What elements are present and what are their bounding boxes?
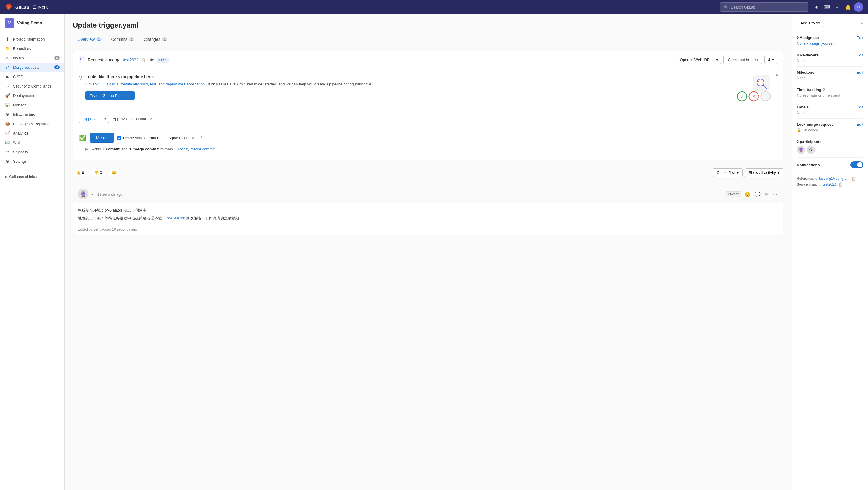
copy-branch-icon[interactable]: 📋 xyxy=(141,58,145,62)
svg-text:✓: ✓ xyxy=(740,94,744,99)
check-out-branch-btn[interactable]: Check out branch xyxy=(723,56,762,64)
snippets-icon: ✂ xyxy=(5,150,10,154)
time-tracking-help-icon[interactable]: ? xyxy=(823,88,825,92)
sidebar-item-cicd[interactable]: ▶ CI/CD xyxy=(0,72,64,81)
rs-lock-edit-link[interactable]: Edit xyxy=(857,122,863,127)
rs-reviewers-label: 0 Reviewers xyxy=(797,53,819,57)
sidebar-item-project-information[interactable]: ℹ Project information xyxy=(0,34,64,44)
global-search-bar[interactable]: 🔍 Search GitLab xyxy=(720,2,808,12)
squash-commits-label[interactable]: Squash commits xyxy=(163,136,196,140)
user-avatar[interactable]: U xyxy=(854,2,863,12)
sidebar-item-packages[interactable]: 📦 Packages & Registries xyxy=(0,119,64,128)
screen-icon-btn[interactable]: ⊞ xyxy=(812,2,821,12)
thumbs-up-reaction-btn[interactable]: 👍 0 xyxy=(73,169,87,176)
sidebar-item-wiki[interactable]: 📖 Wiki xyxy=(0,138,64,147)
sidebar-item-deployments[interactable]: 🚀 Deployments xyxy=(0,91,64,100)
bell-icon-btn[interactable]: 🔔 xyxy=(843,2,853,12)
tab-commits[interactable]: Commits 1 xyxy=(106,34,139,45)
sidebar-navigation: ℹ Project information 📁 Repository ○ Iss… xyxy=(0,32,64,168)
comment-edit-btn[interactable]: ✏ xyxy=(764,190,770,198)
copy-source-branch-icon[interactable]: 📋 xyxy=(838,182,843,187)
collapse-sidebar-label: Collapse sidebar xyxy=(9,175,38,179)
show-all-activity-chevron-icon: ▾ xyxy=(778,171,780,175)
right-sidebar: Add a to do » 0 Assignees Edit None - as… xyxy=(792,14,868,490)
source-branch-link[interactable]: test2022 xyxy=(123,58,138,62)
rs-reference-section: Reference: kr-test-org1/voting-d... 📋 So… xyxy=(797,172,863,191)
check-icon-btn[interactable]: ✓ xyxy=(833,2,842,12)
thumbs-down-count: 0 xyxy=(100,171,102,175)
sidebar-label-issues: Issues xyxy=(13,56,24,60)
commits-expand-btn[interactable]: ▶ xyxy=(85,147,88,151)
code-review-icon-btn[interactable]: ⌨ xyxy=(822,2,832,12)
sidebar-item-issues[interactable]: ○ Issues 0 xyxy=(0,53,64,63)
rs-labels-label-row: Labels Edit xyxy=(797,105,863,109)
copy-reference-icon[interactable]: 📋 xyxy=(851,177,856,181)
open-web-ide-btn[interactable]: Open in Web IDE xyxy=(676,56,714,64)
sidebar-item-infrastructure[interactable]: ⚙ Infrastructure xyxy=(0,110,64,119)
sidebar-item-monitor[interactable]: 📊 Monitor xyxy=(0,100,64,110)
tab-changes[interactable]: Changes 1 xyxy=(139,34,172,45)
project-header[interactable]: V Voting Demo xyxy=(0,14,64,32)
approve-btn[interactable]: Approve xyxy=(79,115,102,123)
comment-owner-badge: Owner xyxy=(725,191,741,197)
rs-assignees-value[interactable]: None - assign yourself xyxy=(797,41,863,45)
sidebar-item-repository[interactable]: 📁 Repository xyxy=(0,44,64,53)
comment-reply-btn[interactable]: 💬 xyxy=(753,190,762,198)
sidebar-item-merge-requests[interactable]: ⇄ Merge requests 4 xyxy=(0,63,64,72)
show-all-activity-label: Show all activity xyxy=(749,171,776,175)
notifications-toggle[interactable]: ✓ xyxy=(850,161,863,168)
lock-icon: 🔓 xyxy=(797,128,801,132)
rs-lock-label: Lock merge request xyxy=(797,122,833,127)
gitlab-logo-area[interactable]: GitLab xyxy=(5,3,29,11)
activity-filters: Oldest first ▾ Show all activity ▾ xyxy=(713,168,783,177)
sidebar-label-security: Security & Compliance xyxy=(13,84,52,88)
issues-badge: 0 xyxy=(54,56,60,60)
comment-header: 🔮 ·‍‌‌‍‍·‌‌· 11 seconds ago Owner 😊 💬 ✏ … xyxy=(73,185,783,203)
thumbs-down-reaction-btn[interactable]: 👎 0 xyxy=(91,169,105,176)
sidebar-label-snippets: Snippets xyxy=(13,150,28,154)
sidebar-item-settings[interactable]: ⚙ Settings xyxy=(0,157,64,166)
collapse-sidebar-btn[interactable]: « Collapse sidebar xyxy=(0,171,64,182)
approve-dropdown-btn[interactable]: ▾ xyxy=(102,115,109,123)
modify-merge-commit-link[interactable]: Modify merge commit xyxy=(178,147,214,151)
monitor-icon: 📊 xyxy=(5,102,10,107)
participant-avatar-1: 🔮 xyxy=(797,146,805,154)
rs-lock-section: Lock merge request Edit 🔓 Unlocked xyxy=(797,119,863,136)
comment-edited-notice: Edited by dehuaduan 10 seconds ago xyxy=(73,225,783,235)
delete-source-label[interactable]: Delete source branch xyxy=(118,136,159,140)
rs-labels-edit-link[interactable]: Edit xyxy=(857,105,863,109)
mr-branch-actions: Open in Web IDE ▾ Check out branch ⬇ ▾ xyxy=(676,56,777,64)
rs-collapse-btn[interactable]: » xyxy=(860,20,863,26)
open-web-ide-dropdown-btn[interactable]: ▾ xyxy=(714,56,721,64)
sidebar-item-analytics[interactable]: 📈 Analytics xyxy=(0,128,64,138)
sidebar-item-security-compliance[interactable]: 🛡 Security & Compliance xyxy=(0,81,64,91)
approval-help-icon[interactable]: ? xyxy=(150,117,152,121)
sidebar-label-settings: Settings xyxy=(13,159,27,164)
comment-emoji-btn[interactable]: 😊 xyxy=(744,190,752,198)
add-todo-btn[interactable]: Add a to do xyxy=(797,19,824,27)
squash-help-icon[interactable]: ? xyxy=(200,135,202,140)
pipeline-warning-title: Looks like there's no pipeline here. xyxy=(86,74,733,79)
rs-assignees-label-row: 0 Assignees Edit xyxy=(797,35,863,40)
rs-milestone-edit-link[interactable]: Edit xyxy=(857,70,863,74)
comment-pr-link[interactable]: pr-6-aa2cll xyxy=(167,216,185,220)
cicd-link[interactable]: CI/CD can automatically build, test, and… xyxy=(98,82,205,86)
comment-more-btn[interactable]: ⋯ xyxy=(771,190,778,198)
try-gitlab-pipelines-btn[interactable]: Try out GitLab Pipelines xyxy=(86,91,135,100)
merge-requests-icon: ⇄ xyxy=(5,65,10,70)
pipeline-warning-close-btn[interactable]: ✕ xyxy=(775,72,779,78)
tab-overview[interactable]: Overview 1 xyxy=(73,34,106,45)
merge-btn[interactable]: Merge xyxy=(90,133,114,143)
delete-source-checkbox[interactable] xyxy=(118,136,121,140)
rs-assignees-edit-link[interactable]: Edit xyxy=(857,35,863,40)
menu-toggle[interactable]: ☰ Menu xyxy=(33,5,49,9)
rs-reviewers-edit-link[interactable]: Edit xyxy=(857,53,863,57)
squash-commits-checkbox[interactable] xyxy=(163,136,166,140)
sidebar-item-snippets[interactable]: ✂ Snippets xyxy=(0,147,64,157)
emoji-reaction-btn[interactable]: 😊 xyxy=(108,169,120,176)
comment-time: 11 seconds ago xyxy=(97,192,122,196)
show-all-activity-btn[interactable]: Show all activity ▾ xyxy=(745,168,783,177)
oldest-first-btn[interactable]: Oldest first ▾ xyxy=(713,168,742,177)
download-btn[interactable]: ⬇ ▾ xyxy=(764,56,777,64)
sidebar-label-infrastructure: Infrastructure xyxy=(13,112,35,117)
